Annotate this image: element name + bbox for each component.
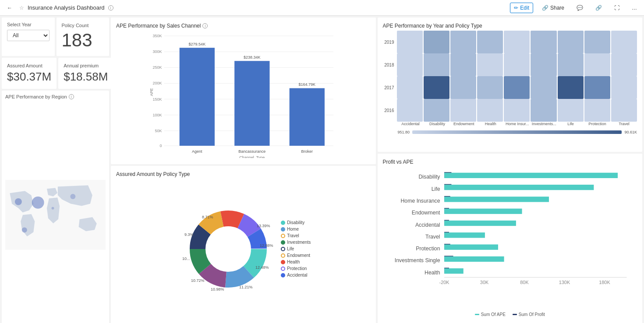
title-info-icon: i <box>108 5 113 11</box>
svg-text:30K: 30K <box>480 279 488 284</box>
ape-bar-protection <box>444 244 498 249</box>
svg-text:100K: 100K <box>152 113 162 117</box>
bar-broker[interactable] <box>290 88 325 146</box>
legend-health: Health <box>281 260 311 264</box>
legend-protection: Protection <box>281 266 311 271</box>
legend-min: 951.80 <box>398 130 410 134</box>
assured-value: $30.37M <box>7 70 51 84</box>
svg-text:Accidental: Accidental <box>415 221 440 228</box>
svg-text:250K: 250K <box>152 65 162 70</box>
select-year-label: Select Year <box>7 22 50 27</box>
favorite-icon[interactable]: ☆ <box>19 5 24 11</box>
heatmap-row-2018: 2018 <box>383 53 637 76</box>
svg-text:Home Insurance: Home Insurance <box>400 198 440 204</box>
dashboard: Select Year All 2016 2017 2018 2019 Poli… <box>0 16 644 323</box>
ape-heatmap-title: APE Performance by Year and Policy Type <box>383 23 637 29</box>
annual-premium-card: Annual premium $18.58M <box>58 58 113 89</box>
edit-button[interactable]: ✏ Edit <box>510 3 533 13</box>
donut-center <box>206 227 250 271</box>
donut-chart: 13.39% 12.88% 12.48% 11.21% 10.98% 10.72… <box>176 201 281 297</box>
svg-text:Disability: Disability <box>418 174 440 180</box>
legend-travel: Travel <box>281 233 311 238</box>
heatmap-wrapper: 2019 2018 <box>383 31 637 134</box>
ape-heatmap-card: APE Performance by Year and Policy Type … <box>378 18 643 152</box>
middle-column: APE Performance by Sales Channel i 350K … <box>111 18 376 323</box>
svg-text:50K: 50K <box>155 129 162 133</box>
policy-count-value: 183 <box>62 30 104 51</box>
svg-text:$164.79K: $164.79K <box>299 82 316 87</box>
heatmap-row-2019: 2019 <box>383 31 637 53</box>
svg-text:12.48%: 12.48% <box>255 265 269 270</box>
legend-disability: Disability <box>281 220 311 225</box>
region-map-card: APE Performance by Region i <box>2 91 109 323</box>
svg-text:80K: 80K <box>520 279 529 284</box>
hbar-chart: Disability Life Home Insurance Endowment <box>383 167 637 310</box>
ape-bar-disability <box>444 172 618 178</box>
assured-policy-title: Assured Amount by Policy Type <box>116 171 371 177</box>
svg-text:130K: 130K <box>559 279 570 284</box>
profit-ape-legend: Sum Of APE Sum Of Profit <box>383 310 637 319</box>
svg-text:APE: APE <box>149 88 154 96</box>
heatmap-col-labels: Accidental Disability Endowment Health H… <box>398 122 637 126</box>
edit-icon: ✏ <box>514 5 518 11</box>
bar-agent[interactable] <box>180 48 215 146</box>
svg-text:8.71%: 8.71% <box>202 215 213 219</box>
svg-text:Endowment: Endowment <box>411 210 440 216</box>
topbar-right: ✏ Edit 🔗 Share 💬 🔗 ⛶ … <box>510 3 640 13</box>
back-button[interactable]: ← <box>4 3 16 13</box>
assured-label: Assured Amount <box>7 63 51 68</box>
svg-text:$238.34K: $238.34K <box>244 55 261 60</box>
share-button[interactable]: 🔗 Share <box>538 3 568 13</box>
svg-text:$279.54K: $279.54K <box>189 42 206 46</box>
heatmap-row-2016: 2016 <box>383 99 637 122</box>
topbar-left: ← ☆ Insurance Analysis Dashboard i <box>4 3 506 13</box>
ape-bar-home <box>444 197 549 202</box>
svg-text:200K: 200K <box>152 81 162 85</box>
svg-text:0: 0 <box>160 144 162 148</box>
svg-text:10...: 10... <box>182 256 190 261</box>
right-column: APE Performance by Year and Policy Type … <box>378 18 643 323</box>
svg-text:Protection: Protection <box>416 246 440 252</box>
world-map-svg <box>5 101 106 323</box>
ape-bar-accidental <box>444 221 516 226</box>
svg-text:Life: Life <box>431 186 440 192</box>
svg-text:Health: Health <box>425 270 440 276</box>
legend-endowment: Endowment <box>281 253 311 258</box>
legend-gradient <box>412 130 622 134</box>
svg-text:Bancassurance: Bancassurance <box>238 149 265 154</box>
legend-investments: Investments <box>281 240 311 245</box>
more-button[interactable]: … <box>628 3 640 13</box>
ape-bar-life <box>444 185 594 190</box>
assured-amount-card: Assured Amount $30.37M <box>2 58 57 89</box>
comment-button[interactable]: 💬 <box>573 3 587 13</box>
profit-ape-card: Profit vs APE Disability Life Home Insur… <box>378 154 643 323</box>
legend-home: Home <box>281 227 311 232</box>
svg-text:12.88%: 12.88% <box>260 243 273 248</box>
donut-legend: Disability Home Travel Investments <box>281 220 311 277</box>
svg-text:Travel: Travel <box>425 234 440 240</box>
annual-value: $18.58M <box>64 70 108 84</box>
map-info-icon: i <box>69 94 74 99</box>
legend-accidental: Accidental <box>281 273 311 277</box>
legend-ape: Sum Of APE <box>475 312 506 317</box>
map-bubble-asia <box>70 194 75 199</box>
topbar: ← ☆ Insurance Analysis Dashboard i ✏ Edi… <box>0 0 644 16</box>
svg-text:180K: 180K <box>599 279 610 284</box>
svg-text:10.98%: 10.98% <box>211 287 224 291</box>
dashboard-title: Insurance Analysis Dashboard <box>28 4 105 11</box>
ape-channel-info: i <box>202 23 208 28</box>
bar-bancassurance[interactable] <box>234 61 269 146</box>
ape-bar-investments <box>444 256 504 262</box>
policy-count-card: Policy Count 183 <box>57 18 110 56</box>
expand-button[interactable]: ⛶ <box>611 3 623 13</box>
select-year-input[interactable]: All 2016 2017 2018 2019 <box>7 30 50 41</box>
map-bubble-europe <box>32 197 44 209</box>
kpi-row-2: Assured Amount $30.37M Annual premium $1… <box>2 58 109 89</box>
legend-profit: Sum Of Profit <box>513 312 545 317</box>
bookmark-button[interactable]: 🔗 <box>592 3 605 13</box>
heatmap-row-2017: 2017 <box>383 76 637 99</box>
svg-text:10.72%: 10.72% <box>191 278 205 283</box>
svg-text:9.3%: 9.3% <box>184 232 194 237</box>
svg-text:-20K: -20K <box>439 279 449 284</box>
select-year-card: Select Year All 2016 2017 2018 2019 <box>2 18 55 56</box>
